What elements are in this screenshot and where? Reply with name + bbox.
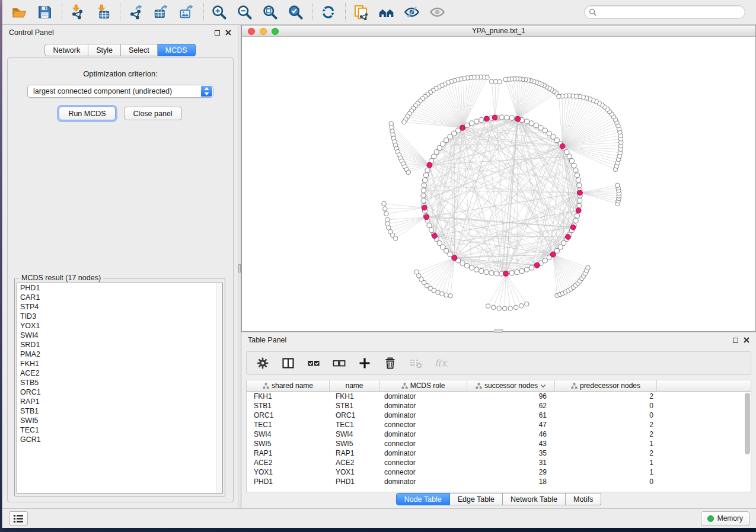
column-header-successor-nodes[interactable]: successor nodes: [467, 380, 555, 391]
mcds-list-scrollbar[interactable]: [216, 283, 222, 493]
table-row[interactable]: STB1STB1dominator620: [247, 401, 751, 411]
zoom-in-button[interactable]: [209, 3, 228, 22]
mcds-result-list[interactable]: PHD1CAR1STP4TID3YOX1SWI4SRD1PMA2FKH1ACE2…: [17, 283, 223, 493]
settings-button[interactable]: [255, 355, 270, 371]
tab-node-table[interactable]: Node Table: [396, 493, 450, 505]
mcds-result-item[interactable]: FKH1: [17, 359, 222, 368]
close-panel-icon[interactable]: [225, 30, 231, 36]
mcds-result-item[interactable]: ACE2: [17, 368, 222, 378]
first-neighbors-button[interactable]: [377, 3, 395, 22]
table-cell: ORC1: [330, 411, 379, 419]
tab-network[interactable]: Network: [44, 44, 88, 56]
tab-network-table[interactable]: Network Table: [503, 493, 566, 505]
zoom-selected-button[interactable]: [286, 3, 305, 22]
export-network-button[interactable]: [126, 3, 145, 22]
optimization-criterion-select[interactable]: largest connected component (undirected): [27, 85, 213, 98]
column-header-predecessor-nodes[interactable]: predecessor nodes: [555, 380, 657, 391]
mcds-hub-node[interactable]: [550, 252, 556, 257]
close-panel-button[interactable]: Close panel: [124, 107, 182, 120]
column-header-shared-name[interactable]: shared name: [247, 380, 330, 391]
mcds-hub-node[interactable]: [570, 225, 576, 230]
mcds-result-item[interactable]: TEC1: [17, 425, 222, 435]
mcds-result-item[interactable]: TID3: [17, 312, 222, 321]
table-row[interactable]: FKH1FKH1dominator962: [247, 392, 751, 401]
open-file-button[interactable]: [9, 3, 28, 22]
mcds-result-item[interactable]: STB1: [17, 406, 222, 416]
mcds-result-item[interactable]: SWI4: [17, 331, 222, 340]
import-table-button[interactable]: [93, 3, 112, 22]
table-cell: connector: [379, 440, 467, 448]
column-header-MCDS-role[interactable]: MCDS role: [379, 380, 467, 391]
mcds-result-item[interactable]: PMA2: [17, 350, 222, 359]
table-row[interactable]: PHD1PHD1dominator180: [247, 477, 751, 486]
select-all-button[interactable]: [306, 355, 321, 371]
maximize-window-button[interactable]: [272, 28, 279, 35]
show-columns-button[interactable]: [280, 355, 296, 371]
import-network-button[interactable]: [68, 3, 87, 22]
mcds-hub-node[interactable]: [432, 233, 438, 239]
mcds-result-item[interactable]: ORC1: [17, 387, 222, 397]
horizontal-splitter-handle[interactable]: [494, 329, 503, 333]
mcds-hub-node[interactable]: [427, 162, 432, 168]
mcds-result-item[interactable]: RAP1: [17, 397, 222, 406]
save-session-button[interactable]: [35, 3, 54, 22]
table-row[interactable]: ACE2ACE2connector311: [247, 458, 751, 467]
table-scrollbar-thumb[interactable]: [745, 393, 750, 454]
mcds-result-item[interactable]: SWI5: [17, 416, 222, 425]
mcds-result-item[interactable]: SRD1: [17, 340, 222, 350]
search-input[interactable]: [596, 8, 741, 17]
tab-style[interactable]: Style: [88, 44, 121, 56]
table-row[interactable]: SWI4SWI4dominator462: [247, 430, 751, 439]
mcds-hub-node[interactable]: [566, 235, 571, 240]
zoom-out-button[interactable]: [235, 3, 254, 22]
tab-select[interactable]: Select: [121, 44, 158, 56]
close-window-button[interactable]: [248, 28, 255, 35]
mcds-result-item[interactable]: CAR1: [17, 293, 222, 302]
mcds-hub-node[interactable]: [422, 205, 427, 210]
mcds-hub-node[interactable]: [424, 214, 429, 220]
table-row[interactable]: ORC1ORC1dominator610: [247, 411, 751, 420]
mcds-hub-node[interactable]: [460, 125, 465, 130]
mcds-hub-node[interactable]: [535, 262, 540, 268]
mcds-hub-node[interactable]: [492, 115, 497, 120]
table-row[interactable]: RAP1RAP1dominator352: [247, 448, 751, 458]
add-column-button[interactable]: [357, 355, 372, 371]
close-table-panel-icon[interactable]: [744, 337, 749, 343]
table-row[interactable]: TEC1TEC1connector472: [247, 420, 751, 430]
mcds-result-item[interactable]: YOX1: [17, 321, 222, 331]
mcds-hub-node[interactable]: [452, 255, 457, 261]
splitter-handle[interactable]: [238, 264, 241, 273]
minimize-window-button[interactable]: [260, 28, 267, 35]
refresh-view-button[interactable]: [318, 3, 337, 22]
mcds-result-item[interactable]: GCR1: [17, 435, 222, 444]
mcds-hub-node[interactable]: [578, 190, 583, 196]
mcds-hub-node[interactable]: [515, 117, 521, 122]
mcds-hub-node[interactable]: [503, 271, 509, 276]
mcds-hub-node[interactable]: [484, 116, 489, 121]
mcds-result-item[interactable]: STP4: [17, 302, 222, 312]
clear-selection-button[interactable]: [331, 355, 347, 371]
mcds-result-item[interactable]: PHD1: [17, 283, 222, 293]
mcds-result-item[interactable]: STB5: [17, 378, 222, 387]
task-history-button[interactable]: [9, 511, 28, 525]
table-row[interactable]: SWI5SWI5connector431: [247, 439, 751, 448]
network-canvas[interactable]: [242, 37, 755, 331]
memory-button[interactable]: Memory: [701, 511, 749, 526]
tab-motifs[interactable]: Motifs: [566, 493, 601, 505]
tab-mcds[interactable]: MCDS: [158, 44, 196, 56]
export-image-button[interactable]: [177, 3, 196, 22]
tab-edge-table[interactable]: Edge Table: [450, 493, 503, 505]
delete-columns-button[interactable]: [382, 355, 398, 371]
zoom-fit-button[interactable]: [260, 3, 279, 22]
new-network-from-selection-button[interactable]: [351, 3, 370, 22]
float-table-panel-icon[interactable]: [733, 338, 738, 343]
hide-selected-button[interactable]: [402, 3, 421, 22]
mcds-hub-node[interactable]: [576, 208, 581, 213]
table-row[interactable]: YOX1YOX1connector291: [247, 467, 751, 477]
float-panel-icon[interactable]: [215, 30, 220, 36]
search-box[interactable]: [584, 5, 745, 19]
run-mcds-button[interactable]: Run MCDS: [59, 107, 115, 120]
export-table-button[interactable]: [151, 3, 170, 22]
column-header-name[interactable]: name: [330, 380, 379, 391]
mcds-hub-node[interactable]: [560, 144, 565, 149]
